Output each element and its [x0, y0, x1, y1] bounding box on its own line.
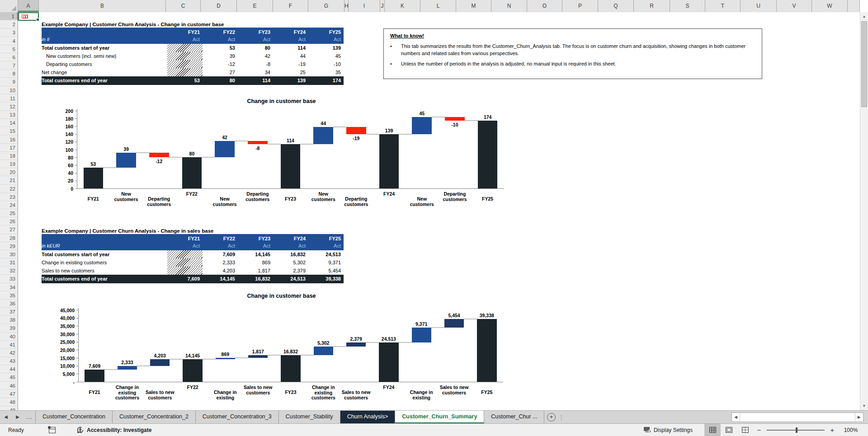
zoom-slider[interactable]	[767, 430, 825, 431]
column-header-N[interactable]: N	[491, 0, 527, 12]
cell-value[interactable]: 869	[238, 258, 273, 267]
cell-value[interactable]: -8	[238, 60, 273, 68]
cell-value[interactable]: 7,609	[203, 250, 238, 258]
table-row[interactable]: Total customers start of year7,60914,145…	[42, 250, 344, 258]
cell-value[interactable]: 5,302	[273, 258, 308, 267]
column-headers[interactable]: ABCDEFGHIJKLMNOPQRSTUVW	[0, 0, 860, 13]
row-header-36[interactable]: 36	[0, 300, 18, 308]
hscroll-right-icon[interactable]: ▶	[855, 413, 863, 422]
cell-value[interactable]: 80	[238, 44, 273, 52]
column-header-D[interactable]: D	[201, 0, 237, 12]
cell-value[interactable]	[167, 250, 203, 258]
row-header-10[interactable]: 10	[0, 86, 18, 94]
cell-value[interactable]: 4,203	[203, 267, 238, 275]
column-header-T[interactable]: T	[705, 0, 741, 12]
column-header-K[interactable]: K	[385, 0, 420, 12]
table-row[interactable]: Departing customers-12-8-19-10	[42, 60, 344, 68]
row-header-30[interactable]: 30	[0, 250, 18, 258]
page-break-view-button[interactable]	[737, 424, 753, 436]
row-header-7[interactable]: 7	[0, 61, 18, 70]
column-header-U[interactable]: U	[741, 0, 777, 12]
cell-value[interactable]: -10	[308, 60, 344, 68]
row-header-28[interactable]: 28	[0, 234, 18, 242]
row-header-27[interactable]: 27	[0, 225, 18, 234]
table-total-row[interactable]: Total customers end of year7,60914,14516…	[42, 275, 344, 283]
row-header-41[interactable]: 41	[0, 341, 18, 349]
zoom-out-button[interactable]: −	[753, 426, 765, 434]
vertical-scroll-thumb[interactable]	[861, 21, 867, 107]
column-header-M[interactable]: M	[456, 0, 491, 12]
normal-view-button[interactable]	[704, 424, 721, 436]
cell-value[interactable]: 14,145	[238, 250, 273, 258]
row-header-23[interactable]: 23	[0, 193, 18, 201]
row-header-21[interactable]: 21	[0, 176, 18, 184]
column-header-I[interactable]: I	[349, 0, 380, 12]
row-header-9[interactable]: 9	[0, 78, 18, 86]
row-header-5[interactable]: 5	[0, 45, 18, 53]
row-header-39[interactable]: 39	[0, 324, 18, 332]
zoom-in-button[interactable]: +	[826, 426, 838, 434]
row-header-15[interactable]: 15	[0, 127, 18, 135]
accessibility-status[interactable]: Accessibility: Investigate	[76, 426, 151, 434]
cell-value[interactable]	[167, 267, 203, 275]
hscroll-track[interactable]	[740, 413, 855, 422]
row-header-45[interactable]: 45	[0, 373, 18, 381]
row-header-32[interactable]: 32	[0, 267, 18, 275]
sales-base-waterfall-chart[interactable]: Change in customer base-5,00010,00015,00…	[54, 293, 509, 410]
row-header-35[interactable]: 35	[0, 291, 18, 300]
table-row[interactable]: Total customers start of year5380114139	[42, 44, 344, 52]
column-header-W[interactable]: W	[812, 0, 848, 12]
cell-value[interactable]: 1,817	[238, 267, 273, 275]
column-header-B[interactable]: B	[39, 0, 166, 12]
table-row[interactable]: Sales to new customers4,2031,8172,3795,4…	[42, 267, 344, 275]
fill-handle[interactable]	[36, 18, 39, 21]
column-header-Q[interactable]: Q	[598, 0, 634, 12]
row-header-22[interactable]: 22	[0, 185, 18, 193]
column-header-F[interactable]: F	[273, 0, 308, 12]
customer-base-table[interactable]: Example Company | Customer Churn Analysi…	[42, 22, 344, 85]
sheet-tab-customer-chur[interactable]: Customer_Chur ...	[484, 411, 544, 423]
cell-value[interactable]: 2,379	[273, 267, 308, 275]
table-row[interactable]: Change in existing customers2,3338695,30…	[42, 258, 344, 267]
column-header-C[interactable]: C	[166, 0, 201, 12]
column-header-O[interactable]: O	[527, 0, 562, 12]
hscroll-left-icon[interactable]: ◀	[732, 413, 740, 422]
cell-value[interactable]: 44	[273, 52, 308, 60]
tabs-scroll-right-icon[interactable]: ▶	[12, 411, 24, 423]
row-header-48[interactable]: 48	[0, 398, 18, 406]
row-header-40[interactable]: 40	[0, 333, 18, 341]
row-header-49[interactable]: 49	[0, 406, 18, 410]
scroll-down-icon[interactable]: ▼	[860, 404, 868, 408]
cell-value[interactable]	[167, 60, 203, 68]
cell-value[interactable]: 53	[203, 44, 238, 52]
row-header-18[interactable]: 18	[0, 152, 18, 160]
tab-scrollbar-grip[interactable]: ⋮	[558, 411, 564, 423]
select-all-corner[interactable]	[0, 0, 18, 12]
row-header-16[interactable]: 16	[0, 136, 18, 144]
row-header-20[interactable]: 20	[0, 168, 18, 176]
table-total-row[interactable]: Total customers end of year5380114139174	[42, 76, 344, 85]
column-header-J[interactable]: J	[380, 0, 385, 12]
row-header-3[interactable]: 3	[0, 28, 18, 37]
macro-record-icon[interactable]	[49, 427, 56, 433]
cell-value[interactable]: 139	[308, 44, 344, 52]
row-header-31[interactable]: 31	[0, 258, 18, 267]
column-header-G[interactable]: G	[308, 0, 344, 12]
sheet-tab-churn-analysis[interactable]: Churn Analysis>	[340, 411, 396, 423]
customer-base-waterfall-chart[interactable]: Change in customer base02040608010012014…	[54, 97, 509, 226]
row-header-13[interactable]: 13	[0, 111, 18, 119]
column-header-V[interactable]: V	[777, 0, 812, 12]
cell-value[interactable]: -12	[203, 60, 238, 68]
row-header-6[interactable]: 6	[0, 53, 18, 61]
zoom-slider-thumb[interactable]	[796, 427, 797, 433]
row-header-25[interactable]: 25	[0, 209, 18, 217]
table-row[interactable]: New customers (incl. semi new)39424445	[42, 52, 344, 60]
row-headers[interactable]: 1234567891011121314151617181920212223242…	[0, 12, 18, 410]
column-header-A[interactable]: A	[18, 0, 39, 12]
column-header-P[interactable]: P	[562, 0, 598, 12]
column-header-L[interactable]: L	[420, 0, 456, 12]
row-header-37[interactable]: 37	[0, 308, 18, 316]
row-header-24[interactable]: 24	[0, 201, 18, 209]
cell-value[interactable]	[167, 52, 203, 60]
cell-value[interactable]: 35	[308, 68, 344, 76]
